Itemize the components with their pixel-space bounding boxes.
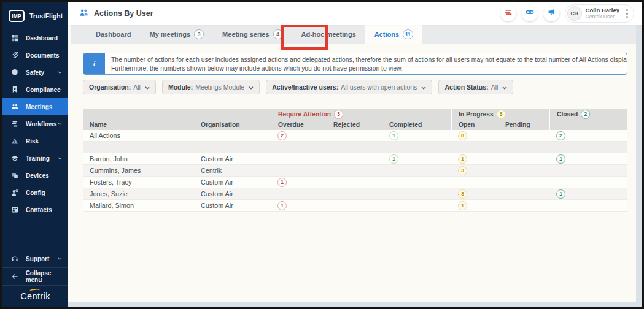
filter-active-inactive-users[interactable]: Active/Inactive users: All users with op… bbox=[266, 80, 432, 94]
sidebar-item-workflows[interactable]: Workflows bbox=[2, 115, 68, 132]
overdue-badge: 1 bbox=[277, 201, 287, 210]
avatar: CH bbox=[567, 6, 582, 21]
sidebar: IMP TrustFlight Dashboard Documents Safe… bbox=[2, 2, 68, 307]
sidebar-item-compliance[interactable]: Compliance bbox=[2, 81, 68, 98]
sidebar-item-contacts[interactable]: Contacts bbox=[2, 201, 68, 218]
column-header-closed bbox=[549, 120, 627, 130]
group-closed: Closed 2 bbox=[549, 109, 627, 120]
collapse-menu-button[interactable]: Collapse menu bbox=[2, 268, 68, 285]
tab-adhoc-meetings[interactable]: Ad-hoc meetings bbox=[292, 25, 365, 44]
column-header-completed: Completed bbox=[382, 120, 451, 130]
centrik-logo: Centrik bbox=[2, 286, 68, 307]
chevron-down-icon bbox=[58, 123, 62, 126]
closed-badge: 1 bbox=[556, 154, 565, 164]
main-area: Actions By User CH Colin Harley Centrik … bbox=[68, 2, 642, 307]
tab-actions[interactable]: Actions 11 bbox=[365, 25, 422, 44]
tab-count-badge: 11 bbox=[403, 29, 413, 39]
info-banner-line: Furthermore, the numbers shown below may… bbox=[111, 64, 621, 73]
chevron-down-icon bbox=[58, 157, 62, 160]
open-badge: 3 bbox=[458, 166, 467, 175]
group-in-progress: In Progress 8 bbox=[451, 109, 549, 120]
headset-icon bbox=[10, 255, 19, 262]
devices-icon bbox=[10, 172, 19, 179]
sidebar-item-dashboard[interactable]: Dashboard bbox=[2, 29, 68, 47]
sidebar-item-label: Safety bbox=[26, 69, 44, 76]
table-header: Require Attention 3 In Progress 8 Closed… bbox=[83, 109, 627, 130]
sidebar-item-risk[interactable]: Risk bbox=[2, 132, 68, 150]
sidebar-item-label: Training bbox=[26, 155, 50, 162]
layers-icon bbox=[10, 120, 19, 128]
kebab-menu-icon[interactable] bbox=[623, 7, 631, 20]
warning-triangle-icon bbox=[10, 137, 19, 145]
activity-list-button[interactable] bbox=[500, 6, 516, 21]
sidebar-item-label: Config bbox=[26, 189, 45, 196]
chevron-down-icon bbox=[419, 83, 426, 91]
open-badge: 8 bbox=[458, 131, 467, 140]
chevron-down-icon bbox=[247, 83, 254, 91]
open-badge: 1 bbox=[458, 201, 467, 210]
table-row[interactable]: Barron, John Custom Air 1 1 1 bbox=[83, 153, 627, 165]
share-link-button[interactable] bbox=[522, 6, 538, 21]
announcements-button[interactable] bbox=[543, 6, 559, 21]
tab-count-badge: 3 bbox=[194, 29, 204, 39]
contact-card-icon bbox=[10, 206, 19, 213]
table-row[interactable]: Fosters, Tracy Custom Air 1 bbox=[83, 177, 627, 188]
sidebar-item-label: Compliance bbox=[26, 86, 61, 93]
group-count-badge: 2 bbox=[581, 110, 590, 119]
filter-bar: Organisation: All Module: Meetings Modul… bbox=[83, 80, 513, 94]
column-header-pending: Pending bbox=[499, 120, 549, 130]
group-count-badge: 8 bbox=[497, 110, 506, 119]
sidebar-item-documents[interactable]: Documents bbox=[2, 47, 68, 64]
content-panel: i The number of actions for each user in… bbox=[83, 50, 627, 302]
sidebar-item-support[interactable]: Support bbox=[2, 250, 68, 267]
actions-by-user-table: Require Attention 3 In Progress 8 Closed… bbox=[83, 109, 627, 212]
tab-meeting-series[interactable]: Meeting series 4 bbox=[213, 25, 292, 44]
tab-my-meetings[interactable]: My meetings 3 bbox=[140, 25, 213, 44]
table-row[interactable]: Cummins, James Centrik 3 bbox=[83, 165, 627, 177]
vertical-scrollbar-track bbox=[636, 25, 642, 307]
user-name: Colin Harley bbox=[586, 7, 619, 14]
table-row[interactable]: All Actions 2 1 8 2 bbox=[83, 130, 627, 142]
sidebar-item-label: Workflows bbox=[26, 121, 56, 128]
table-row[interactable]: Jones, Suzie Custom Air 3 1 bbox=[83, 188, 627, 200]
tab-dashboard[interactable]: Dashboard bbox=[87, 25, 140, 44]
group-require-attention: Require Attention 3 bbox=[271, 109, 451, 120]
sidebar-item-training[interactable]: Training bbox=[2, 150, 68, 167]
filter-module[interactable]: Module: Meetings Module bbox=[162, 80, 260, 94]
overdue-badge: 1 bbox=[277, 178, 287, 187]
tab-bar: Dashboard My meetings 3 Meeting series 4… bbox=[71, 25, 636, 44]
sidebar-item-label: Meetings bbox=[26, 104, 52, 110]
closed-badge: 1 bbox=[556, 189, 565, 199]
app-window: IMP TrustFlight Dashboard Documents Safe… bbox=[2, 2, 642, 307]
tab-count-badge: 4 bbox=[273, 29, 283, 39]
filter-action-status[interactable]: Action Status: All bbox=[438, 80, 513, 94]
bookmark-icon bbox=[10, 86, 19, 93]
overdue-badge: 2 bbox=[277, 131, 287, 140]
megaphone-icon bbox=[547, 8, 556, 19]
info-banner-line: The number of actions for each user incl… bbox=[111, 56, 621, 64]
list-red-icon bbox=[504, 8, 513, 19]
trustflight-logo-icon: IMP bbox=[9, 10, 25, 22]
group-count-badge: 3 bbox=[334, 110, 343, 119]
column-header-rejected: Rejected bbox=[327, 120, 382, 130]
collapse-arrow-icon bbox=[10, 273, 19, 280]
sidebar-item-meetings[interactable]: Meetings bbox=[2, 98, 68, 115]
chevron-down-icon bbox=[143, 83, 150, 91]
graduation-cap-icon bbox=[10, 154, 19, 162]
column-header-organisation: Organisation bbox=[194, 120, 271, 130]
shield-icon bbox=[10, 69, 19, 76]
user-role: Centrik User bbox=[586, 14, 619, 20]
open-badge: 3 bbox=[458, 189, 467, 199]
user-menu[interactable]: CH Colin Harley Centrik User bbox=[565, 4, 634, 23]
brand-name: TrustFlight bbox=[29, 12, 63, 20]
sidebar-item-safety[interactable]: Safety bbox=[2, 64, 68, 81]
table-row[interactable]: Mallard, Simon Custom Air 1 1 bbox=[83, 200, 627, 212]
filter-organisation[interactable]: Organisation: All bbox=[83, 80, 156, 94]
dashboard-icon bbox=[10, 34, 19, 42]
sidebar-item-devices[interactable]: Devices bbox=[2, 167, 68, 184]
sidebar-item-label: Contacts bbox=[26, 207, 52, 213]
sidebar-footer: Support Collapse menu Centrik bbox=[2, 250, 68, 307]
top-bar: Actions By User CH Colin Harley Centrik … bbox=[68, 2, 642, 25]
sidebar-item-label: Risk bbox=[26, 138, 39, 145]
sidebar-item-config[interactable]: Config bbox=[2, 184, 68, 201]
